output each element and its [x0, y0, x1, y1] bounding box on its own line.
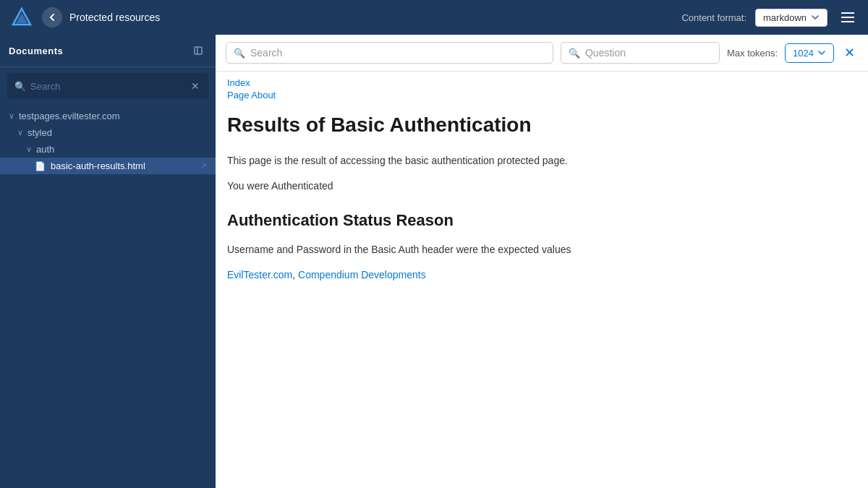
tree-item-testpages[interactable]: ∨ testpages.eviltester.com	[0, 108, 216, 124]
chevron-icon: ∨	[17, 128, 23, 137]
page-paragraph-1: This page is the result of accessing the…	[227, 153, 856, 168]
svg-rect-2	[195, 47, 202, 54]
hamburger-icon	[841, 12, 854, 22]
sidebar-search-icon: 🔍	[14, 81, 26, 92]
tree-item-styled[interactable]: ∨ styled	[0, 124, 216, 141]
sidebar: Documents 🔍 ✕ ∨ testpages.eviltester.com…	[0, 35, 216, 488]
max-tokens-label: Max tokens:	[727, 48, 778, 59]
page-paragraph-2: You were Authenticated	[227, 178, 856, 194]
tokens-value: 1024	[793, 48, 814, 59]
collapse-sidebar-button[interactable]	[190, 42, 207, 59]
main-search-box[interactable]: 🔍	[226, 42, 553, 64]
page-heading: Results of Basic Authentication	[227, 112, 856, 138]
question-search-icon: 🔍	[569, 48, 580, 59]
main-area: Documents 🔍 ✕ ∨ testpages.eviltester.com…	[0, 35, 868, 488]
tree-item-label: testpages.eviltester.com	[19, 111, 119, 121]
question-search-input[interactable]	[585, 47, 712, 59]
content-format-label: Content format:	[681, 12, 746, 23]
file-icon: 📄	[35, 161, 46, 171]
page-paragraph-3: Username and Password in the Basic Auth …	[227, 241, 856, 257]
search-icon: 🔍	[234, 48, 245, 59]
file-tree: ∨ testpages.eviltester.com ∨ styled ∨ au…	[0, 105, 216, 488]
tree-item-basic-auth-results[interactable]: 📄 basic-auth-results.html ↗	[0, 158, 216, 174]
breadcrumb-index[interactable]: Index	[227, 77, 856, 88]
tree-item-auth[interactable]: ∨ auth	[0, 141, 216, 158]
top-header: Protected resources Content format: mark…	[0, 0, 868, 35]
question-search-box[interactable]: 🔍	[561, 42, 720, 64]
chevron-down-icon	[811, 13, 820, 22]
tree-item-label: styled	[27, 127, 52, 138]
hamburger-button[interactable]	[836, 6, 859, 29]
format-value: markdown	[763, 12, 807, 23]
sidebar-header: Documents	[0, 35, 216, 67]
chevron-icon: ∨	[9, 111, 14, 121]
sidebar-title: Documents	[9, 46, 63, 56]
evil-tester-link[interactable]: EvilTester.com	[227, 269, 292, 281]
main-search-input[interactable]	[250, 47, 545, 59]
page-title: Protected resources	[69, 12, 674, 23]
sidebar-search-input[interactable]	[30, 81, 185, 92]
close-button[interactable]: ✕	[841, 43, 858, 62]
sidebar-search-clear-button[interactable]: ✕	[190, 79, 201, 93]
breadcrumb-page-about[interactable]: Page About	[227, 90, 856, 100]
chevron-down-icon	[817, 48, 826, 57]
breadcrumb: Index Page About	[216, 72, 868, 100]
back-button[interactable]	[42, 7, 62, 27]
page-subheading: Authentication Status Reason	[227, 211, 856, 230]
page-content: Results of Basic Authentication This pag…	[216, 100, 868, 488]
tree-item-label: auth	[36, 144, 54, 155]
format-dropdown[interactable]: markdown	[755, 9, 827, 27]
page-links: EvilTester.com, Compendium Developments	[227, 267, 856, 283]
tokens-dropdown[interactable]: 1024	[785, 43, 834, 63]
external-link-icon[interactable]: ↗	[200, 161, 207, 171]
content-area: 🔍 🔍 Max tokens: 1024 ✕ Index Page About	[216, 35, 868, 488]
search-bar-row: 🔍 🔍 Max tokens: 1024 ✕	[216, 35, 868, 72]
sidebar-search-wrap[interactable]: 🔍 ✕	[7, 73, 208, 99]
chevron-icon: ∨	[26, 145, 32, 154]
compendium-link[interactable]: Compendium Developments	[298, 269, 426, 281]
header-right: Content format: markdown	[681, 6, 859, 29]
tree-item-label: basic-auth-results.html	[51, 160, 145, 171]
logo	[9, 4, 35, 30]
